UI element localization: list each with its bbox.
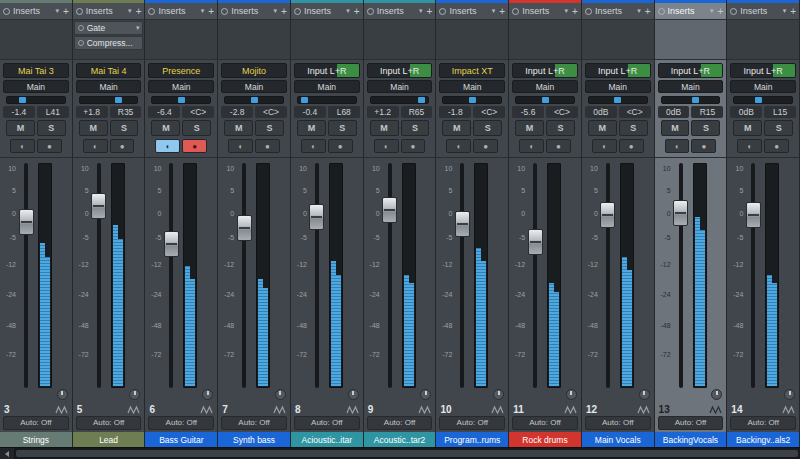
automation-mode-button[interactable]: Auto: Off <box>221 416 287 430</box>
add-insert-button[interactable]: + <box>790 6 796 17</box>
mute-button[interactable]: M <box>442 120 471 136</box>
mute-button[interactable]: M <box>6 120 35 136</box>
instrument-input-button[interactable]: Mai Tai 4 <box>76 63 142 78</box>
automation-mode-button[interactable]: Auto: Off <box>658 416 724 430</box>
inserts-list[interactable] <box>145 20 217 60</box>
solo-button[interactable]: S <box>37 120 66 136</box>
channel-name[interactable]: BackingVocals <box>655 432 727 447</box>
monitor-button[interactable]: ◐ <box>592 139 617 153</box>
pan-handle[interactable] <box>755 97 762 103</box>
inserts-header[interactable]: Inserts ▾ + <box>73 3 145 20</box>
fader-handle[interactable] <box>528 229 543 255</box>
fader-handle[interactable] <box>382 197 397 223</box>
chevron-down-icon[interactable]: ▾ <box>55 7 59 15</box>
automation-mode-button[interactable]: Auto: Off <box>730 416 796 430</box>
pan-slider[interactable] <box>151 96 211 104</box>
chevron-down-icon[interactable]: ▾ <box>492 7 496 15</box>
mute-button[interactable]: M <box>297 120 326 136</box>
pan-readout[interactable]: R65 <box>401 106 433 118</box>
solo-button[interactable]: S <box>401 120 430 136</box>
cue-mix-knob[interactable] <box>639 389 650 400</box>
channel-name[interactable]: Acioustic..itar <box>291 432 363 447</box>
automation-icon[interactable] <box>637 405 650 414</box>
inserts-header[interactable]: Inserts ▾ + <box>436 3 508 20</box>
record-arm-button[interactable]: ● <box>401 139 426 153</box>
pan-slider[interactable] <box>6 96 66 104</box>
fader-handle[interactable] <box>237 215 252 241</box>
record-arm-button[interactable]: ● <box>691 139 716 153</box>
pan-readout[interactable]: <C> <box>546 106 578 118</box>
cue-mix-knob[interactable] <box>493 389 504 400</box>
solo-button[interactable]: S <box>473 120 502 136</box>
cue-mix-knob[interactable] <box>566 389 577 400</box>
inserts-list[interactable] <box>291 20 363 60</box>
gain-readout[interactable]: -2.8 <box>221 106 253 118</box>
solo-button[interactable]: S <box>546 120 575 136</box>
record-arm-button[interactable]: ● <box>182 139 207 153</box>
inserts-header[interactable]: Inserts ▾ + <box>509 3 581 20</box>
inserts-list[interactable] <box>655 20 727 60</box>
solo-button[interactable]: S <box>619 120 648 136</box>
pan-readout[interactable]: L15 <box>764 106 796 118</box>
monitor-button[interactable]: ◐ <box>665 139 690 153</box>
pan-slider[interactable] <box>588 96 648 104</box>
solo-button[interactable]: S <box>691 120 720 136</box>
record-arm-button[interactable]: ● <box>255 139 280 153</box>
inserts-bypass-icon[interactable] <box>294 8 301 15</box>
solo-button[interactable]: S <box>328 120 357 136</box>
mute-button[interactable]: M <box>370 120 399 136</box>
channel-name[interactable]: Lead <box>73 432 145 447</box>
instrument-input-button[interactable]: Input L+R <box>512 63 578 78</box>
record-arm-button[interactable]: ● <box>764 139 789 153</box>
instrument-input-button[interactable]: Impact XT <box>439 63 505 78</box>
cue-mix-knob[interactable] <box>129 389 140 400</box>
automation-mode-button[interactable]: Auto: Off <box>439 416 505 430</box>
pan-slider[interactable] <box>370 96 430 104</box>
fader-handle[interactable] <box>600 202 615 228</box>
instrument-input-button[interactable]: Input L+R <box>585 63 651 78</box>
inserts-list[interactable] <box>509 20 581 60</box>
chevron-down-icon[interactable]: ▾ <box>783 7 787 15</box>
pan-slider[interactable] <box>733 96 793 104</box>
mute-button[interactable]: M <box>515 120 544 136</box>
inserts-header[interactable]: Inserts ▾ + <box>582 3 654 20</box>
monitor-button[interactable]: ◐ <box>228 139 253 153</box>
automation-icon[interactable] <box>200 405 213 414</box>
scroll-left-arrow[interactable] <box>0 448 14 459</box>
automation-mode-button[interactable]: Auto: Off <box>76 416 142 430</box>
cue-mix-knob[interactable] <box>202 389 213 400</box>
fader-handle[interactable] <box>673 200 688 226</box>
solo-button[interactable]: S <box>182 120 211 136</box>
gain-readout[interactable]: -6.4 <box>148 106 180 118</box>
inserts-list[interactable]: Gate▾Compress... <box>73 20 145 60</box>
inserts-bypass-icon[interactable] <box>730 8 737 15</box>
fader-track[interactable] <box>453 163 471 388</box>
channel-name[interactable]: Synth bass <box>218 432 290 447</box>
record-arm-button[interactable]: ● <box>619 139 644 153</box>
cue-mix-knob[interactable] <box>420 389 431 400</box>
mute-button[interactable]: M <box>588 120 617 136</box>
record-arm-button[interactable]: ● <box>546 139 571 153</box>
automation-icon[interactable] <box>273 405 286 414</box>
inserts-bypass-icon[interactable] <box>512 8 519 15</box>
instrument-input-button[interactable]: Mojito <box>221 63 287 78</box>
chevron-down-icon[interactable]: ▾ <box>128 7 132 15</box>
pan-handle[interactable] <box>115 97 122 103</box>
gain-readout[interactable]: -0.4 <box>294 106 326 118</box>
fader-track[interactable] <box>381 163 399 388</box>
monitor-button[interactable]: ◐ <box>301 139 326 153</box>
chevron-down-icon[interactable]: ▾ <box>346 7 350 15</box>
automation-mode-button[interactable]: Auto: Off <box>512 416 578 430</box>
pan-readout[interactable]: <C> <box>182 106 214 118</box>
channel-name[interactable]: Program..rums <box>436 432 508 447</box>
automation-icon[interactable] <box>346 405 359 414</box>
gain-readout[interactable]: -1.8 <box>439 106 471 118</box>
inserts-bypass-icon[interactable] <box>367 8 374 15</box>
channel-name[interactable]: Backingv..als2 <box>727 432 799 447</box>
inserts-header[interactable]: Inserts ▾ + <box>218 3 290 20</box>
channel-name[interactable]: Rock drums <box>509 432 581 447</box>
chevron-down-icon[interactable]: ▾ <box>201 7 205 15</box>
inserts-header[interactable]: Inserts ▾ + <box>727 3 799 20</box>
pan-readout[interactable]: L41 <box>37 106 69 118</box>
output-route-button[interactable]: Main <box>512 80 578 93</box>
